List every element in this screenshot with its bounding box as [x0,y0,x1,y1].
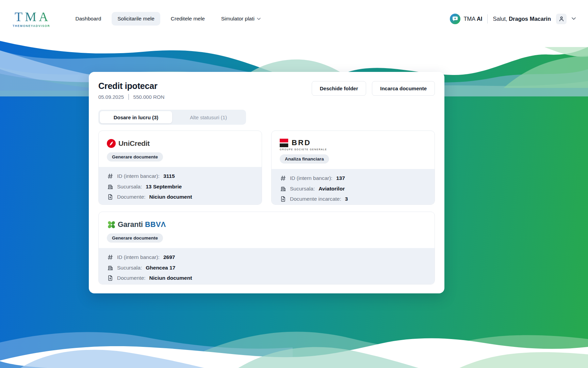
card-actions: Deschide folder Incarca documente [312,81,435,96]
ai-chat-icon [450,14,460,24]
hash-icon [107,254,113,261]
unicredit-logo: UniCredit [107,138,254,149]
detail-value: 2697 [163,254,175,260]
detail-row-id: ID (intern bancar): 3115 [107,171,254,182]
user-greeting: Salut, Dragos Macarin [493,16,551,22]
card-head: Credit ipotecar 05.09.2025 550.000 RON D… [98,81,435,100]
document-download-icon [107,194,113,200]
document-download-icon [107,275,113,281]
hash-icon [107,173,113,180]
detail-value: Niciun document [149,194,192,200]
dossier-card-garanti-bbva[interactable]: Garanti BBVΛ Generare documente ID (inte… [98,212,435,285]
nav-item-simulator-plati[interactable]: Simulator plati [215,12,266,26]
detail-row-documents: Documente incarcate: 3 [280,194,426,204]
status-badge: Analiza financiara [280,154,329,164]
detail-row-branch: Sucursala: Ghencea 17 [107,263,426,273]
detail-value: Aviatorilor [318,186,345,192]
unicredit-wordmark: UniCredit [118,139,150,148]
bank-top: UniCredit Generare documente [99,131,262,167]
nav-label: Creditele mele [171,16,205,22]
chevron-down-icon [257,18,261,20]
nav-label: Simulator plati [221,16,255,22]
bbva-wordmark: BBVΛ [145,220,166,229]
subtitle-divider [128,94,129,100]
credit-dossier-card: Credit ipotecar 05.09.2025 550.000 RON D… [89,72,444,293]
detail-row-id: ID (intern bancar): 137 [280,173,426,184]
brd-group-subtitle: GROUPE SOCIETE GENERALE [280,148,426,151]
garanti-bbva-logo: Garanti BBVΛ [107,219,426,230]
detail-row-documents: Documente: Niciun document [107,273,426,283]
credit-amount: 550.000 RON [133,94,165,100]
hash-icon [280,175,286,182]
logo-wordmark: THEMONEYADVISOR [13,24,50,28]
nav-item-dashboard[interactable]: Dashboard [69,12,107,26]
detail-label: Sucursala: [290,186,315,192]
dossier-card-brd[interactable]: BRD GROUPE SOCIETE GENERALE Analiza fina… [271,131,435,205]
detail-label: ID (intern bancar): [117,173,160,179]
credit-date: 05.09.2025 [98,94,124,100]
bank-top: BRD GROUPE SOCIETE GENERALE Analiza fina… [272,131,435,169]
detail-row-branch: Sucursala: Aviatorilor [280,184,426,194]
detail-row-documents: Documente: Niciun document [107,192,254,202]
tab-alte-statusuri[interactable]: Alte statusuri (1) [172,111,245,123]
nav-label: Dashboard [75,16,101,22]
detail-row-id: ID (intern bancar): 2697 [107,252,426,263]
detail-label: Sucursala: [117,184,142,190]
detail-value: 3 [345,196,348,202]
logo-acronym: TMA [12,10,50,23]
status-tabs: Dosare in lucru (3) Alte statusuri (1) [98,110,246,125]
detail-label: Documente: [117,275,146,281]
bank-details: ID (intern bancar): 137 Sucursala: Aviat… [272,169,435,205]
dossier-grid: UniCredit Generare documente ID (intern … [98,131,435,285]
brd-mark-icon [280,139,288,147]
detail-label: Sucursala: [117,265,142,271]
bank-details: ID (intern bancar): 2697 Sucursala: Ghen… [99,248,435,285]
tab-dosare-in-lucru[interactable]: Dosare in lucru (3) [100,111,172,123]
bank-details: ID (intern bancar): 3115 Sucursala: 13 S… [99,167,262,205]
detail-value: 3115 [163,173,175,179]
bank-top: Garanti BBVΛ Generare documente [99,212,435,248]
building-icon [107,264,113,271]
page-title: Credit ipotecar [98,81,164,91]
garanti-wordmark: Garanti [118,220,143,229]
credit-subtitle: 05.09.2025 550.000 RON [98,94,164,100]
dossier-card-unicredit[interactable]: UniCredit Generare documente ID (intern … [98,131,262,205]
detail-label: ID (intern bancar): [290,175,332,181]
detail-label: ID (intern bancar): [117,254,160,260]
detail-value: 13 Septembrie [146,184,182,190]
unicredit-mark-icon [107,139,116,148]
detail-value: Niciun document [149,275,192,281]
status-badge: Generare documente [107,152,163,162]
upload-documents-button[interactable]: Incarca documente [372,81,435,96]
detail-label: Documente: [117,194,146,200]
app-header: TMA THEMONEYADVISOR Dashboard Solicitari… [0,0,588,37]
detail-value: 137 [336,175,345,181]
building-icon [280,185,286,192]
brd-logo: BRD GROUPE SOCIETE GENERALE [280,138,426,151]
title-block: Credit ipotecar 05.09.2025 550.000 RON [98,81,164,100]
tma-ai-chat-launcher[interactable]: TMA AI [450,14,482,24]
status-badge: Generare documente [107,233,163,243]
detail-row-branch: Sucursala: 13 Septembrie [107,182,254,192]
decorative-wave-bottom [0,310,588,368]
tma-logo[interactable]: TMA THEMONEYADVISOR [12,10,50,28]
header-right-cluster: TMA AI Salut, Dragos Macarin [450,14,576,24]
nav-item-creditele-mele[interactable]: Creditele mele [165,12,211,26]
nav-label: Solicitarile mele [117,16,154,22]
open-folder-button[interactable]: Deschide folder [312,81,366,96]
detail-label: Documente incarcate: [290,196,341,202]
garanti-clover-icon [107,220,116,229]
building-icon [107,183,113,190]
document-download-icon [280,196,286,202]
chevron-down-icon[interactable] [572,17,576,20]
detail-value: Ghencea 17 [146,265,175,271]
ai-label: TMA AI [463,16,482,22]
header-divider [487,14,488,24]
main-nav: Dashboard Solicitarile mele Creditele me… [69,12,266,26]
person-icon [558,16,565,22]
nav-item-solicitarile-mele[interactable]: Solicitarile mele [112,12,160,26]
brd-wordmark: BRD [292,138,311,147]
user-account-button[interactable] [556,14,567,24]
